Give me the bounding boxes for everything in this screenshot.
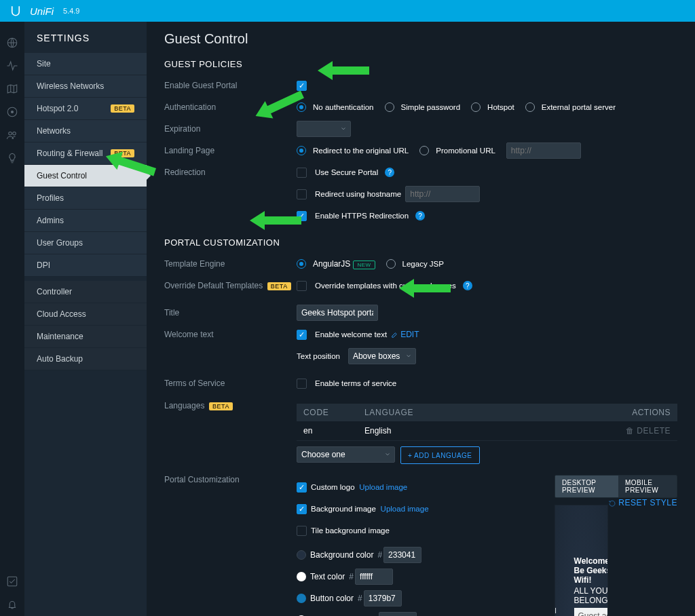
swatch-button[interactable] (297, 594, 306, 603)
sidebar-item-profiles[interactable]: Profiles (24, 187, 147, 210)
sidebar-item-admins[interactable]: Admins (24, 210, 147, 232)
label-expiration: Expiration (164, 124, 297, 134)
label-tos: Terms of Service (164, 379, 297, 388)
checkbox-redirect-hostname[interactable] (297, 189, 307, 199)
input-title[interactable] (297, 305, 378, 321)
svg-point-4 (13, 132, 16, 136)
checkbox-bg-image[interactable] (297, 504, 307, 514)
sidebar-item-user-groups[interactable]: User Groups (24, 232, 147, 254)
label-override: Override Default Templates BETA (164, 281, 297, 290)
sidebar-item-hotspot-2-0[interactable]: Hotspot 2.0BETA (24, 98, 147, 120)
delete-link[interactable]: 🗑 DELETE (609, 426, 671, 436)
sidebar-item-site[interactable]: Site (24, 53, 147, 75)
settings-sidebar: SETTINGS SiteWireless NetworksHotspot 2.… (24, 22, 147, 616)
cb-label: Override templates with custom changes (315, 282, 456, 290)
sidebar-item-auto-backup[interactable]: Auto Backup (24, 348, 147, 370)
radio-auth-external[interactable] (525, 102, 535, 112)
checkbox-tos[interactable] (297, 379, 307, 389)
map-icon[interactable] (6, 83, 18, 95)
help-icon[interactable]: ? (385, 168, 394, 177)
radio-label: Hotspot (487, 103, 514, 111)
bell-icon[interactable] (6, 598, 18, 611)
checkbox-tile-bg[interactable] (297, 526, 307, 536)
tab-desktop[interactable]: DESKTOP PREVIEW (555, 476, 618, 497)
radio-label: Legacy JSP (402, 260, 444, 268)
help-icon[interactable]: ? (415, 211, 425, 220)
tab-mobile[interactable]: MOBILE PREVIEW (618, 476, 677, 497)
add-language-button[interactable]: + ADD LANGUAGE (400, 446, 480, 464)
preview-tabs: DESKTOP PREVIEW MOBILE PREVIEW (555, 475, 677, 498)
reset-style-link[interactable]: RESET STYLE (608, 498, 677, 507)
cb-label: Background image (311, 505, 376, 513)
radio-engine-angular[interactable] (297, 259, 306, 269)
upload-bg-link[interactable]: Upload image (381, 505, 429, 513)
content: Guest Control GUEST POLICIES Enable Gues… (147, 22, 695, 616)
label-template-engine: Template Engine (164, 259, 297, 269)
brand-label: UniFi (30, 5, 54, 17)
table-row: en English 🗑 DELETE (297, 421, 677, 441)
cb-label: Use Secure Portal (315, 168, 378, 176)
radio-landing-promo[interactable] (419, 146, 429, 155)
radio-auth-none[interactable] (297, 102, 306, 112)
sidebar-item-wireless-networks[interactable]: Wireless Networks (24, 75, 147, 98)
check-icon[interactable] (6, 575, 18, 588)
svg-point-3 (9, 132, 12, 136)
radar-icon[interactable] (6, 106, 18, 118)
label-title: Title (164, 308, 297, 317)
cb-label: Tile background image (311, 526, 390, 535)
input-promo-url[interactable] (506, 142, 581, 159)
svg-point-2 (12, 111, 14, 113)
col-actions: ACTIONS (609, 408, 671, 417)
label-enable-portal: Enable Guest Portal (164, 81, 297, 90)
checkbox-https-redirection[interactable] (297, 211, 307, 221)
sidebar-item-networks[interactable]: Networks (24, 120, 147, 142)
languages-table: CODE LANGUAGE ACTIONS en English 🗑 DELET… (297, 404, 677, 441)
label-languages: Languages BETA (164, 401, 297, 410)
input-redirect-hostname[interactable] (405, 186, 480, 202)
preview-card: Welcome to We Must Be Geeks Guest Wifi! … (574, 556, 609, 617)
col-code: CODE (303, 408, 364, 417)
globe-icon[interactable] (6, 37, 18, 49)
checkbox-secure-portal[interactable] (297, 168, 307, 178)
sidebar-item-maintenance[interactable]: Maintenance (24, 326, 147, 348)
sidebar-item-controller[interactable]: Controller (24, 281, 147, 303)
sidebar-title: SETTINGS (24, 22, 147, 53)
activity-icon[interactable] (6, 60, 18, 72)
new-badge: NEW (353, 261, 375, 269)
label-welcome: Welcome text (164, 330, 297, 339)
upload-logo-link[interactable]: Upload image (359, 483, 407, 491)
input-bg-color[interactable] (383, 547, 421, 563)
input-button-text-color[interactable] (379, 612, 417, 616)
checkbox-custom-logo[interactable] (297, 482, 307, 493)
radio-auth-hotspot[interactable] (471, 102, 481, 112)
checkbox-welcome[interactable] (297, 330, 307, 340)
cell-lang: English (364, 426, 609, 436)
input-text-color[interactable] (355, 569, 393, 585)
sidebar-item-dpi[interactable]: DPI (24, 254, 147, 277)
swatch-label: Text color (310, 572, 345, 581)
label-portal-customization: Portal Customization (164, 475, 297, 484)
sidebar-item-cloud-access[interactable]: Cloud Access (24, 303, 147, 326)
select-language[interactable]: Choose one (297, 446, 395, 463)
lightbulb-icon[interactable] (6, 152, 18, 164)
checkbox-enable-portal[interactable] (297, 81, 307, 91)
section-guest-policies: GUEST POLICIES (164, 59, 677, 69)
sidebar-item-routing-firewall[interactable]: Routing & FirewallBETA (24, 142, 147, 165)
help-icon[interactable]: ? (463, 281, 472, 290)
checkbox-override[interactable] (297, 281, 307, 291)
radio-auth-simple[interactable] (385, 102, 394, 112)
cb-label: Custom logo (311, 483, 355, 491)
swatch-text[interactable] (297, 572, 306, 581)
sidebar-item-guest-control[interactable]: Guest Control (24, 165, 147, 187)
section-portal-customization: PORTAL CUSTOMIZATION (164, 237, 677, 248)
edit-link[interactable]: EDIT (391, 330, 419, 339)
swatch-background[interactable] (297, 550, 306, 560)
cb-label: Enable terms of service (315, 379, 396, 387)
input-button-color[interactable] (364, 590, 402, 607)
radio-landing-original[interactable] (297, 146, 306, 155)
users-icon[interactable] (6, 129, 18, 141)
radio-engine-jsp[interactable] (386, 259, 396, 269)
select-expiration[interactable] (297, 121, 351, 137)
select-text-position[interactable]: Above boxes (348, 348, 416, 364)
radio-label: Simple password (401, 103, 461, 111)
